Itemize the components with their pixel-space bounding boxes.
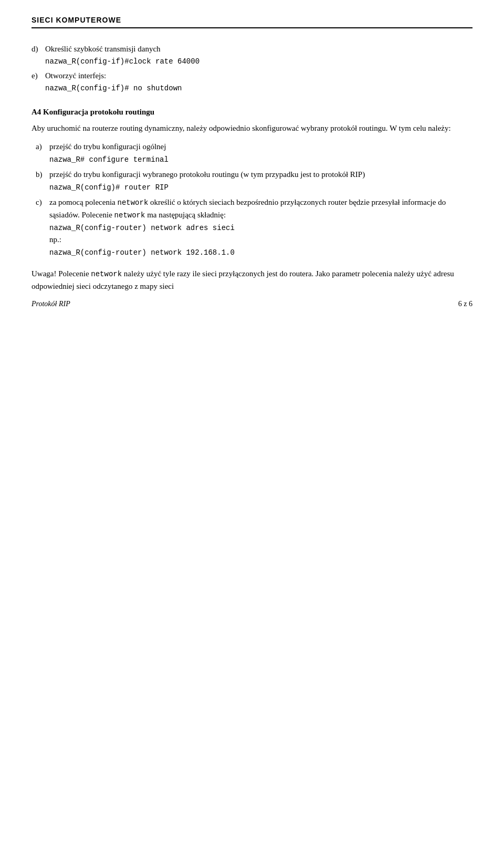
page-header: SIECI KOMPUTEROWE — [32, 16, 472, 28]
item-b-content: przejść do trybu konfiguracji wybranego … — [49, 169, 472, 193]
item-d-label: d) — [32, 43, 41, 68]
item-c-keyword2: network — [114, 211, 145, 220]
item-c-text2: ma następującą składnię: — [145, 211, 226, 219]
section-a4-title: A4 Konfiguracja protokołu routingu — [32, 106, 472, 118]
item-a-content: przejść do trybu konfiguracji ogólnej na… — [49, 141, 472, 165]
uwaga-section: Uwaga! Polecenie network należy użyć tyl… — [32, 268, 472, 293]
section-a4-intro: Aby uruchomić na routerze routing dynami… — [32, 122, 472, 134]
section-d-e: d) Określić szybkość transmisji danych n… — [32, 43, 472, 95]
uwaga-text1: Uwaga! Polecenie — [32, 269, 91, 278]
item-c-np: np.: — [49, 235, 61, 244]
item-c-keyword1: network — [118, 199, 149, 207]
item-c-label: c) — [36, 196, 45, 258]
item-e-text: Otworzyć interfejs: — [45, 71, 106, 80]
item-d: d) Określić szybkość transmisji danych n… — [32, 43, 472, 68]
item-e-content: Otworzyć interfejs: nazwa_R(config-if)# … — [45, 70, 472, 95]
section-a4: A4 Konfiguracja protokołu routingu Aby u… — [32, 106, 472, 258]
item-c-content: za pomocą polecenia network określić o k… — [49, 196, 472, 258]
item-c: c) za pomocą polecenia network określić … — [36, 196, 472, 258]
list-abc: a) przejść do trybu konfiguracji ogólnej… — [36, 141, 472, 258]
item-b-code: nazwa_R(config)# router RIP — [49, 183, 169, 192]
footer-left: Protokół RIP — [32, 300, 70, 308]
footer-right: 6 z 6 — [458, 300, 472, 308]
header-title: SIECI KOMPUTEROWE — [32, 16, 121, 24]
item-a-code: nazwa_R# configure terminal — [49, 155, 169, 164]
item-d-content: Określić szybkość transmisji danych nazw… — [45, 43, 472, 68]
item-d-text: Określić szybkość transmisji danych — [45, 45, 161, 53]
item-c-text1-pre: za pomocą polecenia — [49, 198, 118, 206]
item-c-code1: nazwa_R(config-router) network adres sie… — [49, 224, 235, 232]
item-e: e) Otworzyć interfejs: nazwa_R(config-if… — [32, 70, 472, 95]
item-d-code: nazwa_R(config-if)#clock rate 64000 — [45, 57, 200, 66]
page-footer: Protokół RIP 6 z 6 — [32, 300, 472, 308]
item-b: b) przejść do trybu konfiguracji wybrane… — [36, 169, 472, 193]
item-a-label: a) — [36, 141, 45, 165]
item-e-label: e) — [32, 70, 41, 95]
item-a: a) przejść do trybu konfiguracji ogólnej… — [36, 141, 472, 165]
item-a-text: przejść do trybu konfiguracji ogólnej — [49, 142, 166, 151]
item-e-code: nazwa_R(config-if)# no shutdown — [45, 84, 182, 92]
uwaga-keyword: network — [91, 270, 122, 278]
item-c-code2: nazwa_R(config-router) network 192.168.1… — [49, 248, 235, 257]
item-b-text: przejść do trybu konfiguracji wybranego … — [49, 170, 365, 179]
content-area: d) Określić szybkość transmisji danych n… — [32, 43, 472, 293]
item-b-label: b) — [36, 169, 45, 193]
